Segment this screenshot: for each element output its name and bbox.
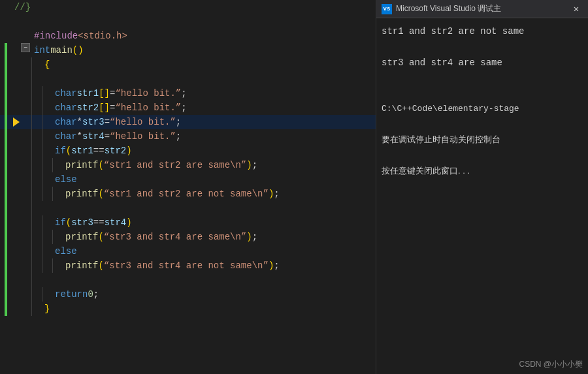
indent-guides [31, 287, 52, 302]
code-content [42, 72, 376, 86]
console-body: str1 and str2 are not same str3 and str4… [376, 18, 588, 355]
gutter-left [0, 101, 12, 115]
code-line: else [0, 244, 376, 258]
console-hint-2: 按任意键关闭此窗口. . . [382, 163, 583, 179]
footer-text: CSDN @小小小樊 [519, 360, 583, 369]
console-hint-1: 要在调试停止时自动关闭控制台 [382, 132, 583, 148]
gutter-left [0, 244, 12, 258]
code-content [42, 201, 376, 215]
console-title: Microsoft Visual Studio 调试主 [396, 3, 566, 14]
code-line: if (str3 == str4) [0, 215, 376, 230]
breakpoint-area [12, 187, 21, 201]
code-content: printf(“str3 and str4 are same\n”); [63, 230, 376, 244]
code-content: { [42, 57, 376, 72]
gutter-left [0, 57, 12, 72]
code-content [31, 14, 376, 29]
code-area: #include <stdio.h>−int main(){char str1[… [0, 14, 376, 374]
breakpoint-area [12, 215, 21, 230]
breakpoint-area [12, 158, 21, 172]
code-line: char* str3 = “hello bit.”; [0, 115, 376, 129]
code-line: { [0, 57, 376, 72]
code-line: −int main() [0, 43, 376, 57]
code-line: if (str1 == str2) [0, 144, 376, 158]
code-editor: //} #include <stdio.h>−int main(){char s… [0, 0, 376, 374]
code-content: printf(“str1 and str2 are same\n”); [63, 158, 376, 172]
code-content: printf(“str1 and str2 are not same\n”); [63, 187, 376, 201]
gutter-left [0, 215, 12, 230]
indent-guides [31, 101, 52, 115]
breakpoint-area [12, 258, 21, 273]
code-line: printf(“str3 and str4 are same\n”); [0, 230, 376, 244]
code-line: #include <stdio.h> [0, 29, 376, 43]
indent-guides [31, 172, 52, 187]
breakpoint-area [12, 86, 21, 101]
code-content: if (str1 == str2) [52, 144, 376, 158]
indent-guides [31, 86, 52, 101]
indent-guides [31, 302, 42, 316]
indent-guides [31, 158, 63, 172]
breakpoint-area [12, 101, 21, 115]
breakpoint-area [12, 201, 21, 215]
gutter-left [0, 158, 12, 172]
code-line: } [0, 302, 376, 316]
code-content: printf(“str3 and str4 are not same\n”); [63, 258, 376, 273]
code-line: char* str4 = “hello bit.”; [0, 129, 376, 144]
code-line: printf(“str1 and str2 are same\n”); [0, 158, 376, 172]
breakpoint-area [12, 172, 21, 187]
code-content [42, 273, 376, 287]
breakpoint-area [12, 57, 21, 72]
code-line [0, 201, 376, 215]
code-content: char* str4 = “hello bit.”; [52, 129, 376, 144]
indent-guides [31, 144, 52, 158]
collapse-button[interactable]: − [21, 43, 30, 52]
code-line: return 0; [0, 287, 376, 302]
gutter-left [0, 172, 12, 187]
gutter-left [0, 115, 12, 129]
code-line: printf(“str3 and str4 are not same\n”); [0, 258, 376, 273]
breakpoint-area [12, 144, 21, 158]
breakpoint-area [12, 302, 21, 316]
code-line [0, 14, 376, 29]
code-content: char* str3 = “hello bit.”; [52, 115, 376, 129]
vs-icon: vs [382, 4, 392, 14]
breakpoint-area [12, 230, 21, 244]
code-content: char str2[] = “hello bit.”; [52, 101, 376, 115]
breakpoint-area [12, 43, 21, 57]
console-path: C:\C++Code\elementary-stage [382, 102, 583, 116]
gutter-left [0, 43, 12, 57]
gutter-left [0, 258, 12, 273]
indent-guides [31, 215, 52, 230]
breakpoint-area [12, 287, 21, 302]
breakpoint-area [12, 273, 21, 287]
top-comment: //} [0, 0, 376, 14]
code-content: else [52, 244, 376, 258]
code-content: } [42, 302, 376, 316]
gutter-left [0, 230, 12, 244]
gutter-left [0, 72, 12, 86]
console-panel: vs Microsoft Visual Studio 调试主 ✕ str1 an… [376, 0, 588, 374]
indent-guides [31, 72, 42, 86]
breakpoint-area [12, 29, 21, 43]
indent-guides [31, 115, 52, 129]
gutter-left [0, 302, 12, 316]
gutter-left [0, 86, 12, 101]
breakpoint-area [12, 72, 21, 86]
code-line: char str1[] = “hello bit.”; [0, 86, 376, 101]
indent-guides [31, 273, 42, 287]
indent-guides [31, 129, 52, 144]
breakpoint-area [12, 244, 21, 258]
gutter-left [0, 129, 12, 144]
gutter-left [0, 187, 12, 201]
console-footer: CSDN @小小小樊 [376, 355, 588, 374]
debug-arrow-icon [13, 117, 20, 127]
code-content: else [52, 172, 376, 187]
code-line [0, 72, 376, 86]
indent-guides [31, 57, 42, 72]
code-content: #include <stdio.h> [31, 29, 376, 43]
output-line-2: str3 and str4 are same [382, 55, 583, 70]
indent-guides [31, 244, 52, 258]
console-close-button[interactable]: ✕ [570, 3, 583, 16]
indent-guides [31, 201, 42, 215]
code-line [0, 273, 376, 287]
code-line: printf(“str1 and str2 are not same\n”); [0, 187, 376, 201]
